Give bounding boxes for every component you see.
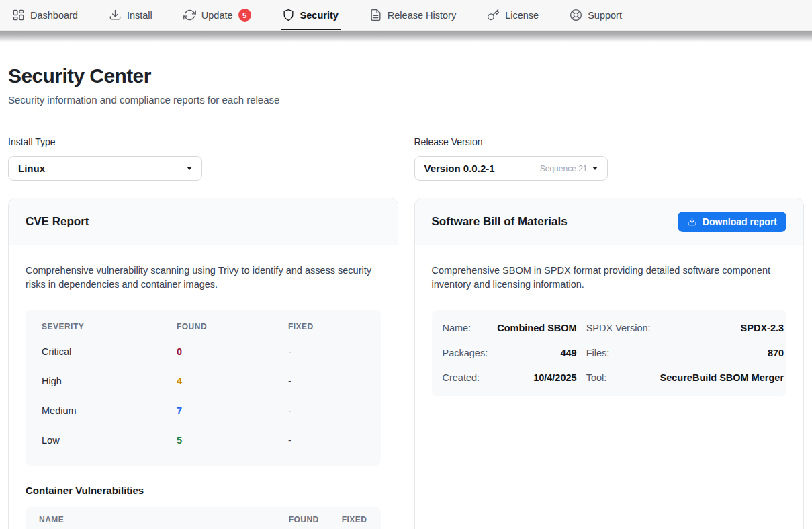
download-icon — [687, 216, 697, 227]
refresh-icon — [183, 9, 196, 22]
filters-row: Install Type Linux Release Version Versi… — [8, 136, 804, 181]
fixed-count: - — [288, 346, 365, 357]
key-icon — [487, 9, 500, 22]
sbom-tool-value: SecureBuild SBOM Merger — [660, 372, 784, 383]
severity-label: Low — [42, 435, 177, 446]
release-version-value: Version 0.0.2-1 — [424, 163, 495, 174]
download-report-label: Download report — [703, 216, 777, 227]
nav-item-license[interactable]: License — [487, 0, 539, 30]
sbom-packages-label: Packages: — [443, 348, 488, 358]
severity-label: Medium — [42, 405, 177, 416]
nav-item-support[interactable]: Support — [570, 0, 622, 30]
sbom-card: Software Bill of Materials Download repo… — [414, 198, 805, 529]
top-nav: Dashboard Install Update 5 Security Rele… — [0, 0, 812, 31]
severity-label: Critical — [42, 346, 177, 357]
col-fixed: FIXED — [342, 515, 367, 524]
sbom-card-title: Software Bill of Materials — [432, 215, 568, 229]
sbom-spdx-version-label: SPDX Version: — [586, 323, 651, 333]
page-subtitle: Security information and compliance repo… — [8, 94, 804, 106]
install-type-filter: Install Type Linux — [8, 136, 398, 181]
col-fixed: FIXED — [288, 322, 365, 331]
found-count: 4 — [177, 376, 288, 386]
container-vulnerabilities-title: Container Vulnerabilities — [26, 485, 381, 496]
cve-card-title: CVE Report — [26, 215, 89, 229]
severity-table-header: SEVERITY FOUND FIXED — [42, 322, 365, 331]
sbom-name-value: Combined SBOM — [497, 323, 576, 333]
sbom-files-label: Files: — [586, 348, 651, 358]
cards-row: CVE Report Comprehensive vulnerability s… — [8, 198, 804, 529]
sbom-spdx-version-value: SPDX-2.3 — [660, 323, 784, 333]
col-name: NAME — [39, 515, 266, 524]
cve-card-body: Comprehensive vulnerability scanning usi… — [9, 245, 398, 529]
fixed-count: - — [288, 376, 365, 386]
nav-item-dashboard[interactable]: Dashboard — [12, 0, 78, 30]
sbom-created-label: Created: — [443, 372, 488, 383]
nav-label: Support — [588, 10, 622, 21]
sbom-card-body: Comprehensive SBOM in SPDX format provid… — [415, 245, 804, 414]
table-row-high: High 4 - — [42, 366, 365, 396]
col-found: FOUND — [177, 322, 288, 331]
shield-icon — [282, 9, 295, 22]
col-severity: SEVERITY — [42, 322, 177, 331]
nav-item-install[interactable]: Install — [109, 0, 152, 30]
update-count-badge: 5 — [238, 9, 251, 22]
container-vulnerabilities-table-header: NAME FOUND FIXED — [26, 507, 381, 529]
sbom-files-value: 870 — [660, 348, 784, 358]
nav-item-security[interactable]: Security — [282, 0, 339, 30]
fixed-count: - — [288, 435, 365, 446]
cve-report-card: CVE Report Comprehensive vulnerability s… — [8, 198, 398, 529]
table-row-critical: Critical 0 - — [42, 337, 365, 366]
nav-label: Security — [300, 10, 339, 21]
chevron-down-icon — [592, 167, 598, 170]
col-found: FOUND — [289, 515, 319, 524]
nav-item-release-history[interactable]: Release History — [369, 0, 456, 30]
fixed-count: - — [288, 405, 365, 416]
nav-label: License — [505, 10, 539, 21]
sbom-name-label: Name: — [443, 323, 488, 333]
nav-label: Release History — [388, 10, 456, 21]
nav-label: Update — [201, 10, 233, 21]
dashboard-icon — [12, 9, 25, 22]
release-version-select[interactable]: Version 0.0.2-1 Sequence 21 — [414, 156, 608, 181]
nav-item-update[interactable]: Update 5 — [183, 0, 251, 30]
severity-label: High — [42, 376, 177, 386]
nav-shadow-divider — [0, 31, 812, 42]
sbom-card-header: Software Bill of Materials Download repo… — [415, 198, 804, 245]
install-type-select[interactable]: Linux — [8, 156, 202, 181]
release-sequence-label: Sequence 21 — [540, 164, 588, 173]
release-version-label: Release Version — [414, 136, 805, 147]
cve-description: Comprehensive vulnerability scanning usi… — [26, 263, 381, 292]
download-report-button[interactable]: Download report — [678, 212, 786, 232]
release-version-filter: Release Version Version 0.0.2-1 Sequence… — [414, 136, 805, 181]
found-count: 5 — [177, 435, 288, 446]
nav-label: Dashboard — [30, 10, 78, 21]
sbom-description: Comprehensive SBOM in SPDX format provid… — [432, 263, 787, 292]
sbom-tool-label: Tool: — [586, 372, 651, 383]
found-count: 7 — [177, 405, 288, 416]
table-row-medium: Medium 7 - — [42, 396, 365, 425]
sbom-packages-value: 449 — [497, 348, 576, 358]
chevron-down-icon — [187, 167, 192, 170]
install-type-value: Linux — [18, 163, 45, 174]
life-buoy-icon — [570, 9, 582, 22]
severity-table: SEVERITY FOUND FIXED Critical 0 - High 4… — [26, 310, 381, 466]
file-text-icon — [369, 9, 382, 22]
sbom-created-value: 10/4/2025 — [497, 372, 576, 383]
cve-card-header: CVE Report — [9, 198, 398, 245]
found-count: 0 — [177, 346, 288, 357]
install-type-label: Install Type — [8, 136, 398, 147]
download-icon — [109, 9, 122, 22]
page-title: Security Center — [8, 65, 804, 87]
nav-label: Install — [127, 10, 152, 21]
table-row-low: Low 5 - — [42, 425, 365, 455]
sbom-details-grid: Name: Combined SBOM SPDX Version: SPDX-2… — [432, 310, 787, 396]
page-content: Security Center Security information and… — [0, 42, 812, 529]
